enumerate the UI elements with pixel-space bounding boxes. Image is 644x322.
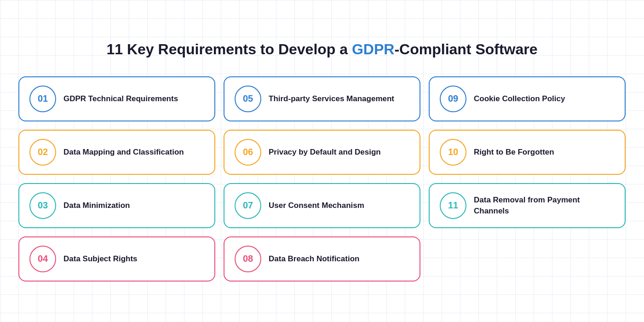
badge-07: 07 (235, 192, 261, 219)
card-label-03: Data Minimization (63, 200, 130, 211)
badge-02: 02 (29, 139, 56, 166)
card-label-07: User Consent Mechanism (269, 200, 364, 211)
badge-05: 05 (235, 86, 261, 112)
badge-03: 03 (29, 192, 56, 219)
card-item-11: 11Data Removal from Payment Channels (429, 183, 626, 228)
card-label-08: Data Breach Notification (269, 253, 359, 264)
card-item-10: 10Right to Be Forgotten (429, 130, 626, 175)
badge-04: 04 (29, 246, 56, 272)
card-label-05: Third-party Services Management (269, 93, 394, 104)
card-item-02: 02Data Mapping and Classification (18, 130, 215, 175)
badge-01: 01 (29, 86, 56, 112)
card-item-05: 05Third-party Services Management (224, 76, 420, 121)
card-item-06: 06Privacy by Default and Design (224, 130, 420, 175)
card-label-11: Data Removal from Payment Channels (474, 195, 615, 217)
card-label-10: Right to Be Forgotten (474, 147, 554, 158)
card-label-01: GDPR Technical Requirements (63, 93, 178, 104)
card-label-04: Data Subject Rights (63, 253, 138, 264)
badge-11: 11 (440, 192, 466, 219)
page-title: 11 Key Requirements to Develop a GDPR-Co… (106, 41, 537, 58)
badge-08: 08 (235, 246, 261, 272)
card-item-07: 07User Consent Mechanism (224, 183, 420, 228)
card-item-09: 09Cookie Collection Policy (429, 76, 626, 121)
card-item-04: 04Data Subject Rights (18, 236, 215, 282)
badge-09: 09 (440, 86, 466, 112)
card-item-01: 01GDPR Technical Requirements (18, 76, 215, 121)
card-label-02: Data Mapping and Classification (63, 147, 184, 158)
card-label-09: Cookie Collection Policy (474, 93, 565, 104)
card-label-06: Privacy by Default and Design (269, 147, 381, 158)
badge-06: 06 (235, 139, 261, 166)
card-item-03: 03Data Minimization (18, 183, 215, 228)
card-item-08: 08Data Breach Notification (224, 236, 420, 282)
requirements-grid: 01GDPR Technical Requirements02Data Mapp… (18, 76, 626, 282)
badge-10: 10 (440, 139, 466, 166)
